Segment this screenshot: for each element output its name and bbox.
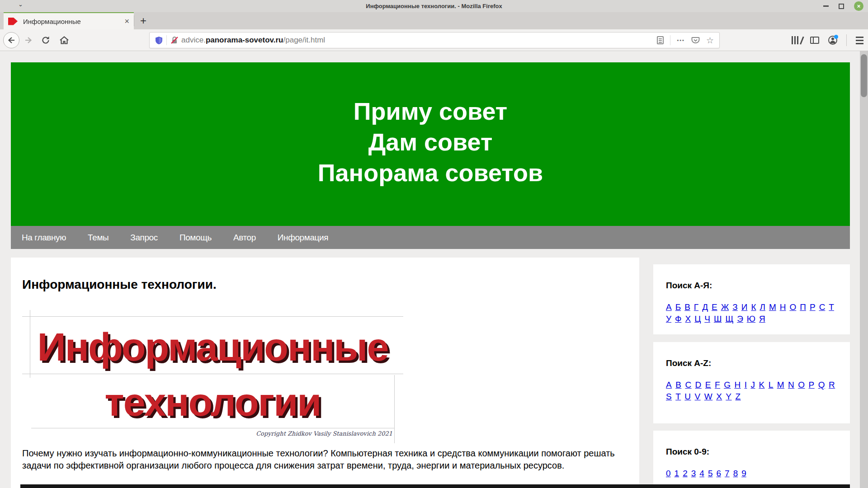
digit-link[interactable]: 5 xyxy=(708,469,713,479)
letter-link[interactable]: H xyxy=(734,380,741,390)
letter-link[interactable]: K xyxy=(759,380,764,390)
digit-link[interactable]: 7 xyxy=(725,469,730,479)
guide-line xyxy=(30,310,30,378)
page-actions-icon[interactable]: ••• xyxy=(677,38,685,43)
url-bar[interactable]: advice.panorama-sovetov.ru/page/it.html … xyxy=(149,32,720,48)
letter-link[interactable]: D xyxy=(695,380,702,390)
maximize-icon[interactable] xyxy=(839,4,844,9)
letter-link[interactable]: Н xyxy=(780,302,786,312)
digit-link[interactable]: 4 xyxy=(699,469,704,479)
letter-link[interactable]: Б xyxy=(675,302,681,312)
letter-link[interactable]: G xyxy=(724,380,731,390)
scrollbar-thumb[interactable] xyxy=(861,54,867,97)
digit-link[interactable]: 8 xyxy=(733,469,738,479)
letter-link[interactable]: Ж xyxy=(721,302,729,312)
letter-link[interactable]: O xyxy=(798,380,805,390)
home-button[interactable] xyxy=(57,36,72,45)
letter-link[interactable]: Ц xyxy=(694,314,701,324)
letter-link[interactable]: К xyxy=(751,302,756,312)
letter-link[interactable]: W xyxy=(704,392,712,402)
letter-link[interactable]: С xyxy=(819,302,826,312)
site-banner: Приму советДам советПанорама советов xyxy=(11,62,850,226)
letter-link[interactable]: P xyxy=(809,380,815,390)
letter-link[interactable]: E xyxy=(705,380,711,390)
window-shade-icon[interactable]: ⌄ xyxy=(18,1,23,8)
letter-link[interactable]: L xyxy=(769,380,774,390)
letter-link[interactable]: J xyxy=(750,380,755,390)
hamburger-menu-icon[interactable] xyxy=(856,37,863,44)
letter-link[interactable]: И xyxy=(741,302,748,312)
image-word-2: технологии xyxy=(22,382,403,422)
tab-close-icon[interactable]: × xyxy=(124,17,129,25)
digit-link[interactable]: 2 xyxy=(683,469,688,479)
digit-link[interactable]: 6 xyxy=(716,469,721,479)
digit-link[interactable]: 9 xyxy=(741,469,746,479)
letter-link[interactable]: B xyxy=(675,380,681,390)
sidebar-search-digits: Поиск 0-9: 0123456789 xyxy=(653,431,850,488)
letter-link[interactable]: Е xyxy=(712,302,717,312)
letter-link[interactable]: З xyxy=(732,302,737,312)
letter-link[interactable]: X xyxy=(716,392,722,402)
letter-link[interactable]: Ч xyxy=(704,314,710,324)
letter-link[interactable]: Z xyxy=(736,392,741,402)
letter-link[interactable]: Ш xyxy=(714,314,722,324)
letter-link[interactable]: Д xyxy=(702,302,708,312)
browser-tab[interactable]: Информационные × xyxy=(4,12,134,29)
back-button[interactable] xyxy=(3,32,19,48)
letter-link[interactable]: Т xyxy=(829,302,834,312)
letter-link[interactable]: F xyxy=(715,380,720,390)
site-nav-item[interactable]: На главную xyxy=(22,233,66,243)
digit-link[interactable]: 3 xyxy=(691,469,696,479)
letter-link[interactable]: У xyxy=(666,314,671,324)
close-window-button[interactable]: × xyxy=(854,1,863,11)
letter-link[interactable]: S xyxy=(666,392,672,402)
library-icon[interactable] xyxy=(792,36,801,44)
reader-mode-icon[interactable] xyxy=(657,36,664,44)
site-nav-item[interactable]: Информация xyxy=(278,233,328,243)
account-icon[interactable] xyxy=(828,36,837,45)
sidebars-toggle-icon[interactable] xyxy=(810,37,819,44)
minimize-icon[interactable] xyxy=(823,5,829,7)
letter-link[interactable]: Э xyxy=(737,314,743,324)
letter-link[interactable]: Г xyxy=(694,302,698,312)
letter-link[interactable]: V xyxy=(695,392,701,402)
letter-link[interactable]: U xyxy=(684,392,691,402)
letter-link[interactable]: M xyxy=(777,380,784,390)
digit-link[interactable]: 1 xyxy=(675,469,679,479)
letter-link[interactable]: R xyxy=(829,380,835,390)
forward-button[interactable] xyxy=(21,36,36,45)
letter-link[interactable]: О xyxy=(790,302,797,312)
pocket-icon[interactable] xyxy=(691,37,700,44)
letter-link[interactable]: Щ xyxy=(725,314,733,324)
site-nav-item[interactable]: Запрос xyxy=(130,233,158,243)
letter-link[interactable]: C xyxy=(685,380,691,390)
tracking-protection-shield-icon[interactable] xyxy=(155,36,163,45)
letter-link[interactable]: Ю xyxy=(747,314,755,324)
letter-link[interactable]: Ф xyxy=(675,314,681,324)
letter-link[interactable]: Р xyxy=(810,302,816,312)
letter-link[interactable]: Х xyxy=(685,314,691,324)
site-nav-item[interactable]: Автор xyxy=(233,233,256,243)
letter-link[interactable]: T xyxy=(675,392,681,402)
reload-button[interactable] xyxy=(38,36,53,45)
digit-link[interactable]: 0 xyxy=(666,469,671,479)
url-text[interactable]: advice.panorama-sovetov.ru/page/it.html xyxy=(181,36,325,45)
letter-link[interactable]: Я xyxy=(759,314,765,324)
letter-link[interactable]: Q xyxy=(818,380,825,390)
insecure-lock-icon[interactable] xyxy=(170,36,179,44)
letter-link[interactable]: A xyxy=(666,380,672,390)
letter-link[interactable]: N xyxy=(788,380,794,390)
new-tab-button[interactable]: + xyxy=(134,12,152,29)
site-nav-item[interactable]: Помощь xyxy=(179,233,212,243)
main-content: Информационные технологии. Информационны… xyxy=(11,258,639,488)
site-nav-item[interactable]: Темы xyxy=(88,233,108,243)
letter-link[interactable]: Y xyxy=(726,392,731,402)
letter-link[interactable]: П xyxy=(800,302,806,312)
letter-link[interactable]: Л xyxy=(760,302,765,312)
bookmark-star-icon[interactable]: ☆ xyxy=(706,35,714,46)
letter-link[interactable]: А xyxy=(666,302,672,312)
letter-link[interactable]: М xyxy=(769,302,776,312)
letter-link[interactable]: В xyxy=(684,302,690,312)
letter-link[interactable]: I xyxy=(745,380,747,390)
page-scrollbar[interactable] xyxy=(860,51,868,488)
